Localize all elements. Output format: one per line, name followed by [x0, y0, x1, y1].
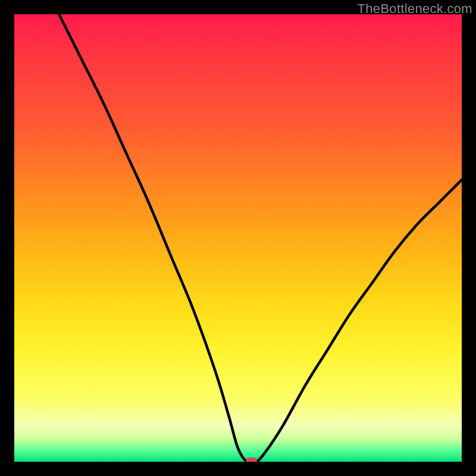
bottleneck-curve: [14, 14, 462, 462]
minimum-marker: [246, 458, 257, 462]
chart-frame: TheBottleneck.com: [0, 0, 476, 476]
plot-area: [14, 14, 462, 462]
